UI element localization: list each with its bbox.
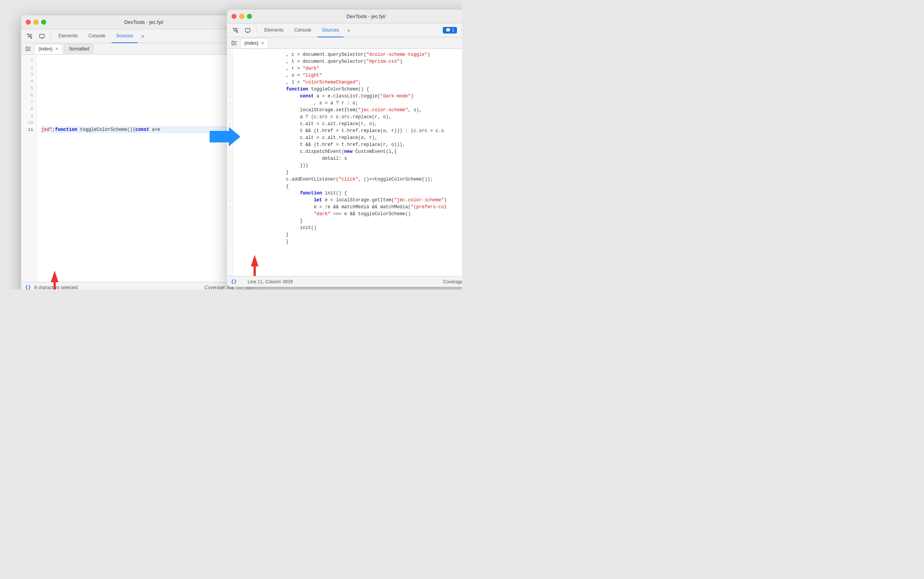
- traffic-lights-right: [232, 14, 252, 19]
- code-line-4: [41, 78, 246, 85]
- close-button-right[interactable]: [232, 14, 237, 19]
- right-line-8: , s = a ? r : o;: [236, 100, 462, 107]
- traffic-lights-left: [26, 20, 46, 25]
- right-line-18: }: [236, 169, 462, 176]
- file-tab-index-left[interactable]: (index) ✕: [34, 44, 63, 54]
- right-line-20: {: [236, 183, 462, 190]
- code-line-1: [41, 57, 246, 64]
- right-line-5: , l = "colorSchemeChanged";: [236, 79, 462, 86]
- svg-rect-0: [40, 34, 44, 38]
- toolbar-right-icons: 💬 1 ⋮: [443, 25, 462, 36]
- code-line-3: [41, 71, 246, 78]
- badge-count: 1: [452, 28, 454, 33]
- right-line-16: detail: s: [236, 155, 462, 162]
- blue-arrow: [210, 127, 240, 146]
- right-line-3: , r = "dark": [236, 65, 462, 72]
- right-line-12: t && (t.href = t.href.replace(o, r))) : …: [236, 127, 462, 134]
- tab-elements-left[interactable]: Elements: [54, 29, 82, 43]
- toolbar-separator-right-1: [256, 27, 257, 34]
- code-line-9: [41, 112, 246, 119]
- svg-marker-15: [251, 255, 259, 276]
- svg-rect-10: [232, 41, 234, 45]
- svg-marker-6: [210, 127, 240, 146]
- right-line-9: localStorage.setItem("jec.color-scheme",…: [236, 107, 462, 114]
- file-tab-label-right: (index): [244, 40, 259, 46]
- settings-icon[interactable]: [459, 25, 462, 36]
- file-tab-close-right[interactable]: ✕: [261, 41, 264, 46]
- inspect-icon[interactable]: [24, 31, 35, 42]
- format-icon-right[interactable]: {}: [231, 279, 237, 284]
- tab-sources-right[interactable]: Sources: [317, 23, 344, 37]
- right-line-4: , o = "light": [236, 72, 462, 79]
- coverage-right: Coverage: n/a: [443, 279, 462, 284]
- code-line-7: [41, 99, 246, 105]
- gutter-col-right: - - - - - - - - - - - - - - - - - - - -: [227, 49, 233, 276]
- tab-sources-left[interactable]: Sources: [112, 29, 138, 43]
- tab-console-left[interactable]: Console: [84, 29, 110, 43]
- titlebar-right: DevTools - jec.fyi/: [227, 10, 462, 23]
- close-button-left[interactable]: [26, 20, 31, 25]
- devtools-window-left: DevTools - jec.fyi/ Elements Console Sou…: [21, 15, 246, 290]
- right-line-14: t && (t.href = t.href.replace(r, o))),: [236, 141, 462, 148]
- svg-rect-2: [26, 47, 28, 51]
- tab-elements-right[interactable]: Elements: [260, 23, 288, 37]
- code-area-right: - - - - - - - - - - - - - - - - - - - -: [227, 49, 462, 276]
- file-tab-bar-right: (index) ✕: [227, 37, 462, 49]
- svg-rect-8: [247, 32, 249, 33]
- titlebar-left: DevTools - jec.fyi/: [21, 15, 246, 29]
- svg-rect-7: [245, 28, 250, 32]
- format-icon-left[interactable]: {}: [25, 284, 31, 290]
- right-line-1: , c = document.querySelector("#color-sch…: [236, 51, 462, 58]
- right-line-24: "dark" === e && toggleColorScheme(): [236, 211, 462, 218]
- right-line-7: const a = e.classList.toggle("dark-mode"…: [236, 93, 462, 100]
- code-line-10: [41, 119, 246, 126]
- right-line-28: }: [236, 238, 462, 245]
- file-tab-formatted-label: :formatted: [68, 46, 89, 52]
- device-icon[interactable]: [37, 31, 47, 42]
- code-line-2: [41, 64, 246, 71]
- right-line-6: function toggleColorScheme() {: [236, 86, 462, 93]
- sidebar-toggle-left[interactable]: [24, 45, 33, 53]
- more-tabs-left[interactable]: »: [139, 32, 147, 40]
- line-numbers-left: 1 2 3 4 5 6 7 8 9 10 11: [21, 55, 37, 282]
- right-line-11: c.alt = c.alt.replace(r, o),: [236, 120, 462, 127]
- maximize-button-right[interactable]: [247, 14, 252, 19]
- more-tabs-right[interactable]: »: [345, 26, 352, 35]
- file-tab-close[interactable]: ✕: [55, 47, 58, 52]
- minimize-button-left[interactable]: [33, 20, 38, 25]
- right-line-27: }: [236, 231, 462, 238]
- code-line-5: [41, 85, 246, 92]
- right-line-26: init(): [236, 224, 462, 231]
- toolbar-separator-1: [50, 32, 51, 40]
- inspect-icon-right[interactable]: [230, 25, 241, 36]
- status-bar-right: {} Line 11, Column 3939 Coverage: n/a ⬜: [227, 276, 462, 287]
- message-icon: 💬: [445, 28, 451, 33]
- device-icon-right[interactable]: [242, 25, 253, 36]
- right-line-17: })): [236, 162, 462, 169]
- sidebar-toggle-right[interactable]: [230, 39, 239, 47]
- right-line-25: }: [236, 218, 462, 224]
- svg-rect-1: [41, 38, 43, 39]
- file-tab-index-right[interactable]: (index) ✕: [240, 38, 269, 48]
- position-text: Line 11, Column 3939: [248, 279, 293, 284]
- red-arrow-right: [245, 255, 264, 278]
- file-tab-bar-left: (index) ✕ :formatted: [21, 43, 246, 55]
- svg-marker-14: [51, 271, 58, 290]
- code-area-left: 1 2 3 4 5 6 7 8 9 10 11: [21, 55, 246, 282]
- window-title-left: DevTools - jec.fyi/: [46, 19, 242, 25]
- right-line-22: let e = localStorage.getItem("jec.color-…: [236, 197, 462, 204]
- file-tab-formatted-left[interactable]: :formatted: [64, 44, 93, 54]
- right-line-10: a ? (c.src = c.src.replace(r, o),: [236, 114, 462, 120]
- code-lines-right: , c = document.querySelector("#color-sch…: [233, 49, 462, 276]
- minimize-button-right[interactable]: [239, 14, 244, 19]
- code-editor-left: 1 2 3 4 5 6 7 8 9 10 11: [21, 55, 246, 282]
- maximize-button-left[interactable]: [41, 20, 46, 25]
- message-badge[interactable]: 💬 1: [443, 27, 457, 33]
- tab-console-right[interactable]: Console: [290, 23, 316, 37]
- toolbar-left: Elements Console Sources »: [21, 29, 246, 43]
- code-lines-left: jed";function toggleColorScheme(){const …: [37, 55, 246, 282]
- right-line-15: c.dispatchEvent(new CustomEvent(l,{: [236, 148, 462, 155]
- right-line-19: c.addEventListener("click", ()=>toggleCo…: [236, 176, 462, 183]
- right-line-23: e = !e && matchMedia && matchMedia("(pre…: [236, 204, 462, 211]
- toolbar-right: Elements Console Sources » 💬 1 ⋮: [227, 23, 462, 37]
